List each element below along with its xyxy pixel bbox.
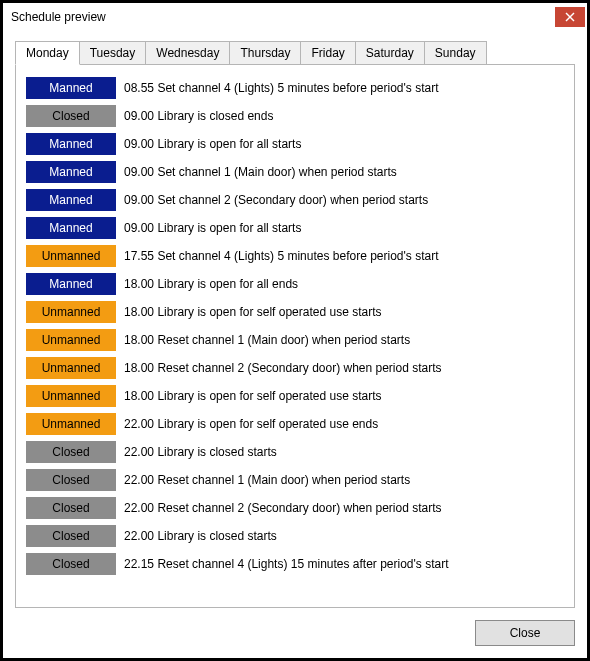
- schedule-time: 09.00: [124, 137, 154, 151]
- schedule-text: 22.00 Library is closed starts: [124, 529, 277, 543]
- window-close-button[interactable]: [555, 7, 585, 27]
- schedule-row: Manned18.00 Library is open for all ends: [26, 273, 564, 295]
- status-badge: Unmanned: [26, 413, 116, 435]
- schedule-time: 22.00: [124, 473, 154, 487]
- schedule-time: 09.00: [124, 165, 154, 179]
- status-badge: Unmanned: [26, 385, 116, 407]
- schedule-panel: Manned08.55 Set channel 4 (Lights) 5 min…: [15, 64, 575, 608]
- schedule-row: Closed09.00 Library is closed ends: [26, 105, 564, 127]
- schedule-time: 22.00: [124, 529, 154, 543]
- schedule-desc: Set channel 4 (Lights) 5 minutes before …: [157, 249, 438, 263]
- schedule-time: 18.00: [124, 305, 154, 319]
- status-badge: Manned: [26, 161, 116, 183]
- schedule-row: Unmanned18.00 Library is open for self o…: [26, 301, 564, 323]
- schedule-desc: Library is open for all starts: [157, 137, 301, 151]
- schedule-desc: Reset channel 4 (Lights) 15 minutes afte…: [157, 557, 448, 571]
- schedule-text: 08.55 Set channel 4 (Lights) 5 minutes b…: [124, 81, 438, 95]
- schedule-row: Closed22.00 Library is closed starts: [26, 525, 564, 547]
- tab-thursday[interactable]: Thursday: [229, 41, 301, 64]
- close-icon: [565, 12, 575, 22]
- schedule-time: 18.00: [124, 389, 154, 403]
- schedule-text: 09.00 Set channel 2 (Secondary door) whe…: [124, 193, 428, 207]
- status-badge: Unmanned: [26, 329, 116, 351]
- status-badge: Closed: [26, 469, 116, 491]
- schedule-text: 17.55 Set channel 4 (Lights) 5 minutes b…: [124, 249, 438, 263]
- schedule-row: Manned09.00 Library is open for all star…: [26, 133, 564, 155]
- status-badge: Closed: [26, 441, 116, 463]
- tab-friday[interactable]: Friday: [300, 41, 355, 64]
- schedule-row: Unmanned18.00 Reset channel 1 (Main door…: [26, 329, 564, 351]
- schedule-text: 09.00 Library is open for all starts: [124, 137, 301, 151]
- schedule-text: 09.00 Library is open for all starts: [124, 221, 301, 235]
- tab-sunday[interactable]: Sunday: [424, 41, 487, 64]
- window-title: Schedule preview: [11, 10, 106, 24]
- schedule-time: 09.00: [124, 193, 154, 207]
- schedule-row: Closed22.00 Reset channel 2 (Secondary d…: [26, 497, 564, 519]
- schedule-desc: Library is closed starts: [157, 445, 276, 459]
- close-button[interactable]: Close: [475, 620, 575, 646]
- schedule-time: 18.00: [124, 277, 154, 291]
- status-badge: Closed: [26, 525, 116, 547]
- schedule-time: 18.00: [124, 333, 154, 347]
- schedule-time: 09.00: [124, 221, 154, 235]
- schedule-text: 18.00 Reset channel 1 (Main door) when p…: [124, 333, 410, 347]
- schedule-desc: Library is open for all ends: [157, 277, 298, 291]
- status-badge: Manned: [26, 189, 116, 211]
- schedule-row: Manned09.00 Set channel 2 (Secondary doo…: [26, 189, 564, 211]
- status-badge: Unmanned: [26, 245, 116, 267]
- schedule-row: Manned09.00 Set channel 1 (Main door) wh…: [26, 161, 564, 183]
- schedule-time: 22.00: [124, 445, 154, 459]
- status-badge: Closed: [26, 553, 116, 575]
- schedule-desc: Library is open for all starts: [157, 221, 301, 235]
- schedule-desc: Reset channel 2 (Secondary door) when pe…: [157, 361, 441, 375]
- schedule-text: 18.00 Reset channel 2 (Secondary door) w…: [124, 361, 442, 375]
- schedule-row: Closed22.00 Library is closed starts: [26, 441, 564, 463]
- schedule-text: 22.00 Reset channel 2 (Secondary door) w…: [124, 501, 442, 515]
- schedule-row: Unmanned22.00 Library is open for self o…: [26, 413, 564, 435]
- schedule-row: Manned09.00 Library is open for all star…: [26, 217, 564, 239]
- tab-monday[interactable]: Monday: [15, 41, 80, 65]
- schedule-row: Unmanned18.00 Reset channel 2 (Secondary…: [26, 357, 564, 379]
- schedule-text: 22.00 Library is closed starts: [124, 445, 277, 459]
- content-area: MondayTuesdayWednesdayThursdayFridaySatu…: [3, 31, 587, 620]
- status-badge: Manned: [26, 273, 116, 295]
- tab-tuesday[interactable]: Tuesday: [79, 41, 147, 64]
- schedule-desc: Reset channel 1 (Main door) when period …: [157, 473, 410, 487]
- status-badge: Unmanned: [26, 301, 116, 323]
- schedule-time: 22.15: [124, 557, 154, 571]
- tab-wednesday[interactable]: Wednesday: [145, 41, 230, 64]
- titlebar: Schedule preview: [3, 3, 587, 31]
- status-badge: Closed: [26, 497, 116, 519]
- schedule-desc: Library is open for self operated use st…: [157, 389, 381, 403]
- window: Schedule preview MondayTuesdayWednesdayT…: [0, 0, 590, 661]
- schedule-row: Closed22.15 Reset channel 4 (Lights) 15 …: [26, 553, 564, 575]
- schedule-time: 09.00: [124, 109, 154, 123]
- schedule-desc: Reset channel 2 (Secondary door) when pe…: [157, 501, 441, 515]
- status-badge: Manned: [26, 133, 116, 155]
- schedule-desc: Set channel 2 (Secondary door) when peri…: [157, 193, 428, 207]
- schedule-text: 22.00 Library is open for self operated …: [124, 417, 378, 431]
- schedule-row: Closed22.00 Reset channel 1 (Main door) …: [26, 469, 564, 491]
- schedule-text: 18.00 Library is open for self operated …: [124, 389, 382, 403]
- schedule-time: 08.55: [124, 81, 154, 95]
- status-badge: Unmanned: [26, 357, 116, 379]
- schedule-text: 18.00 Library is open for all ends: [124, 277, 298, 291]
- schedule-text: 22.00 Reset channel 1 (Main door) when p…: [124, 473, 410, 487]
- schedule-desc: Library is open for self operated use st…: [157, 305, 381, 319]
- footer: Close: [3, 620, 587, 658]
- schedule-time: 18.00: [124, 361, 154, 375]
- tab-saturday[interactable]: Saturday: [355, 41, 425, 64]
- schedule-text: 09.00 Set channel 1 (Main door) when per…: [124, 165, 397, 179]
- schedule-text: 09.00 Library is closed ends: [124, 109, 273, 123]
- schedule-desc: Set channel 4 (Lights) 5 minutes before …: [157, 81, 438, 95]
- schedule-time: 22.00: [124, 417, 154, 431]
- schedule-text: 18.00 Library is open for self operated …: [124, 305, 382, 319]
- status-badge: Closed: [26, 105, 116, 127]
- schedule-desc: Reset channel 1 (Main door) when period …: [157, 333, 410, 347]
- schedule-desc: Library is open for self operated use en…: [157, 417, 378, 431]
- status-badge: Manned: [26, 77, 116, 99]
- schedule-time: 22.00: [124, 501, 154, 515]
- schedule-row: Unmanned17.55 Set channel 4 (Lights) 5 m…: [26, 245, 564, 267]
- day-tabs: MondayTuesdayWednesdayThursdayFridaySatu…: [15, 41, 575, 64]
- schedule-desc: Library is closed starts: [157, 529, 276, 543]
